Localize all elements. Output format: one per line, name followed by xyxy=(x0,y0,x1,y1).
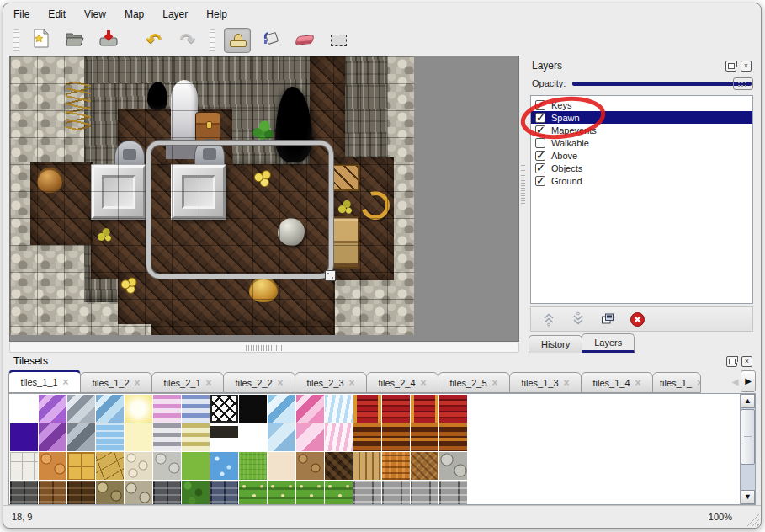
layer-visibility-checkbox[interactable] xyxy=(535,176,545,186)
lower-layer-button[interactable] xyxy=(569,310,587,328)
tileset-tile-grass-flowers[interactable] xyxy=(239,481,267,505)
selection-resize-handle[interactable] xyxy=(325,270,336,281)
tileset-scrollbar[interactable]: ▲ ▼ xyxy=(740,394,755,504)
layer-row-mapevents[interactable]: Mapevents xyxy=(531,124,752,136)
tileset-tile-planks-tan[interactable] xyxy=(353,452,381,480)
tileset-tile-wood-orange[interactable] xyxy=(353,423,381,451)
tileset-tile-grass-flowers[interactable] xyxy=(325,481,353,505)
tileset-tile-grass-flowers[interactable] xyxy=(296,481,324,505)
tileset-tile-stripe-olive[interactable] xyxy=(182,423,210,451)
menu-help[interactable]: Help xyxy=(206,8,227,20)
tileset-tile-glass-purple[interactable] xyxy=(39,395,66,423)
delete-layer-button[interactable] xyxy=(628,310,646,328)
layer-visibility-checkbox[interactable] xyxy=(535,113,545,123)
tileset-tile-glass-gray2[interactable] xyxy=(67,423,95,451)
tab-close-icon[interactable]: × xyxy=(206,377,212,389)
undo-button[interactable]: ↶ xyxy=(141,28,167,53)
layer-visibility-checkbox[interactable] xyxy=(535,138,545,148)
tileset-tile-stripe-pink[interactable] xyxy=(153,395,181,423)
layer-row-objects[interactable]: Objects xyxy=(531,162,752,174)
tileset-tab-tiles_2_5[interactable]: tiles_2_5× xyxy=(438,372,510,393)
tileset-tile-zig-blue[interactable] xyxy=(325,395,353,423)
tileset-tab-tiles_1_4[interactable]: tiles_1_4× xyxy=(581,372,653,393)
tileset-tile-indigo[interactable] xyxy=(10,423,38,451)
tileset-tile-grass[interactable] xyxy=(239,452,267,480)
tileset-tile-glow-yellow[interactable] xyxy=(125,395,152,423)
tileset-tile-planks-gray[interactable] xyxy=(353,481,381,505)
float-tilesets-icon[interactable] xyxy=(726,356,737,367)
menu-map[interactable]: Map xyxy=(125,8,144,20)
tileset-tile-glass-pink2[interactable] xyxy=(296,423,324,451)
layer-visibility-checkbox[interactable] xyxy=(535,151,545,161)
tileset-tile-black[interactable] xyxy=(239,395,267,423)
window-resize-grip[interactable] xyxy=(746,513,759,526)
tileset-tile-white[interactable] xyxy=(239,423,267,451)
tileset-tile-planks-gray[interactable] xyxy=(439,481,467,505)
tileset-tile-stripe-blue[interactable] xyxy=(182,395,210,423)
tileset-tile-cobble-orange[interactable] xyxy=(39,452,66,480)
tileset-tile-wood-orange[interactable] xyxy=(411,423,438,451)
tileset-tile-path-white[interactable] xyxy=(10,452,38,480)
layer-row-keys[interactable]: Keys xyxy=(531,98,752,111)
tileset-tile-white[interactable] xyxy=(10,395,38,423)
tileset-tile-lattice[interactable] xyxy=(210,395,238,423)
close-panel-icon[interactable]: × xyxy=(741,61,752,72)
tileset-tile-glass-lblue[interactable] xyxy=(268,395,295,423)
tab-close-icon[interactable]: × xyxy=(564,377,570,389)
tileset-tile-grass-flat[interactable] xyxy=(182,452,210,480)
tileset-tile-redbrick-gold[interactable] xyxy=(353,395,381,423)
toolbar-drag-handle[interactable] xyxy=(13,29,19,51)
tab-close-icon[interactable]: × xyxy=(278,377,284,389)
layer-row-walkable[interactable]: Walkable xyxy=(531,136,752,149)
tab-close-icon[interactable]: × xyxy=(421,377,427,389)
tab-close-icon[interactable]: × xyxy=(697,377,701,389)
tab-close-icon[interactable]: × xyxy=(635,377,641,389)
tileset-tab-tiles_2_1[interactable]: tiles_2_1× xyxy=(151,372,224,393)
tileset-tile-brick-gray-dark[interactable] xyxy=(153,481,181,505)
redo-button[interactable]: ↷ xyxy=(174,28,201,53)
tileset-tab-tiles_1_[interactable]: tiles_1_× xyxy=(652,372,701,393)
map-selection[interactable] xyxy=(146,141,333,279)
menu-edit[interactable]: Edit xyxy=(48,8,66,20)
tileset-tile-redbrick[interactable] xyxy=(382,395,410,423)
layer-visibility-checkbox[interactable] xyxy=(535,125,545,136)
new-map-button[interactable] xyxy=(28,28,55,53)
tileset-tile-herringbone[interactable] xyxy=(411,452,438,480)
tileset-tile-dark-brown[interactable] xyxy=(325,452,353,480)
tab-close-icon[interactable]: × xyxy=(492,377,498,389)
tileset-tile-cream[interactable] xyxy=(268,452,295,480)
tileset-tile-planks-gray[interactable] xyxy=(382,481,410,505)
layer-row-above[interactable]: Above xyxy=(531,149,752,162)
opacity-slider-handle[interactable] xyxy=(733,77,753,90)
tileset-tile-pebble-pale[interactable] xyxy=(125,452,152,480)
layer-visibility-checkbox[interactable] xyxy=(535,163,545,173)
tileset-tab-tiles_1_3[interactable]: tiles_1_3× xyxy=(509,372,582,393)
open-map-button[interactable] xyxy=(61,28,88,53)
tileset-tile-planks-gray[interactable] xyxy=(411,481,438,505)
tileset-tile-stone-gray[interactable] xyxy=(153,452,181,480)
tileset-tile-wood-orange[interactable] xyxy=(382,423,410,451)
tileset-tile-stripe-gray[interactable] xyxy=(153,423,181,451)
tileset-tile-wood-orange[interactable] xyxy=(439,423,467,451)
tileset-tile-glass-blue[interactable] xyxy=(96,395,124,423)
toolbar-drag-handle-2[interactable] xyxy=(210,29,215,51)
scroll-tabs-right-button[interactable]: ▶ xyxy=(741,370,756,392)
tileset-tile-brick-blue[interactable] xyxy=(210,481,238,505)
tileset-tile-pebble-wall[interactable] xyxy=(125,481,152,505)
tileset-tab-tiles_1_2[interactable]: tiles_1_2× xyxy=(80,372,152,393)
tileset-tile-redbrick-gold[interactable] xyxy=(411,395,438,423)
tileset-tile-redbrick[interactable] xyxy=(439,395,467,423)
tileset-tab-tiles_2_2[interactable]: tiles_2_2× xyxy=(223,372,295,393)
scroll-up-icon[interactable]: ▲ xyxy=(741,394,755,408)
tileset-tile-pebble-brown[interactable] xyxy=(296,452,324,480)
layer-row-spawn[interactable]: Spawn xyxy=(531,111,752,124)
tileset-tile-hedge[interactable] xyxy=(182,481,210,505)
tileset-tile-stone-mixed[interactable] xyxy=(96,481,124,505)
eraser-tool-button[interactable] xyxy=(291,28,318,53)
tileset-tile-brick-brown[interactable] xyxy=(39,481,66,505)
vertical-splitter[interactable] xyxy=(519,56,527,353)
save-map-button[interactable] xyxy=(95,28,122,53)
tileset-tile-stones-round[interactable] xyxy=(439,452,467,480)
tileset-tile-brick-darkstone[interactable] xyxy=(10,481,38,505)
tileset-tile-sign[interactable] xyxy=(210,423,238,451)
